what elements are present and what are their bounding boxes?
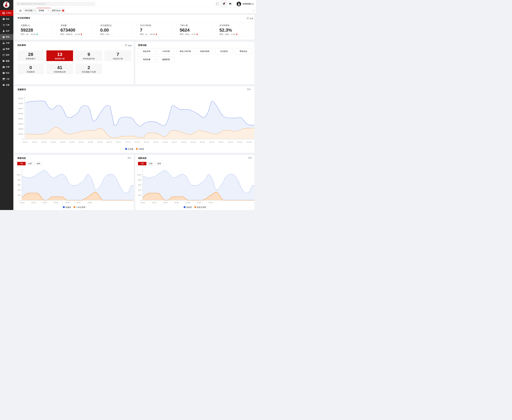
svg-text:600: 600 (138, 184, 141, 186)
svg-text:10-07: 10-07 (197, 202, 201, 203)
svg-text:10-05: 10-05 (174, 202, 179, 203)
svg-text:10-04: 10-04 (163, 202, 168, 203)
svg-text:600: 600 (18, 184, 21, 186)
svg-text:03–18: 03–18 (181, 141, 186, 143)
svg-text:03–23: 03–23 (228, 141, 233, 143)
svg-text:03–25: 03–25 (247, 141, 251, 143)
svg-text:03–08: 03–08 (88, 141, 93, 143)
svg-text:03–15: 03–15 (153, 141, 158, 143)
svg-text:10-02: 10-02 (20, 202, 24, 203)
svg-text:03–06: 03–06 (69, 141, 74, 143)
svg-text:400: 400 (138, 189, 141, 191)
svg-text:03–11: 03–11 (116, 141, 121, 143)
svg-text:70000: 70000 (18, 103, 23, 105)
svg-text:10-02: 10-02 (141, 202, 145, 203)
svg-text:03–01: 03–01 (23, 141, 28, 143)
svg-text:03–21: 03–21 (209, 141, 214, 143)
svg-text:03–24: 03–24 (237, 141, 242, 143)
svg-text:0: 0 (22, 138, 23, 140)
svg-text:10-03: 10-03 (152, 202, 156, 203)
svg-text:40000: 40000 (18, 118, 23, 120)
svg-text:03–09: 03–09 (98, 141, 102, 143)
svg-text:1000: 1000 (17, 174, 21, 176)
svg-text:800: 800 (18, 179, 21, 181)
svg-text:20000: 20000 (18, 128, 23, 130)
svg-text:03–12: 03–12 (126, 141, 130, 143)
svg-text:10-06: 10-06 (186, 202, 190, 203)
svg-text:50000: 50000 (18, 113, 23, 115)
svg-text:03–07: 03–07 (79, 141, 84, 143)
svg-text:10-03: 10-03 (31, 202, 36, 203)
svg-text:03–04: 03–04 (51, 141, 56, 143)
svg-text:03–19: 03–19 (191, 141, 196, 143)
svg-text:03–13: 03–13 (135, 141, 140, 143)
svg-text:03–20: 03–20 (200, 141, 205, 143)
svg-text:10-05: 10-05 (54, 202, 58, 203)
svg-text:10-06: 10-06 (65, 202, 69, 203)
svg-text:03–14: 03–14 (144, 141, 149, 143)
svg-text:80000: 80000 (18, 98, 23, 99)
svg-text:03–17: 03–17 (172, 141, 177, 143)
svg-text:1000: 1000 (137, 174, 141, 176)
svg-text:03–10: 03–10 (107, 141, 112, 143)
svg-text:200: 200 (18, 194, 21, 196)
svg-text:10-08: 10-08 (208, 202, 213, 203)
svg-text:400: 400 (18, 189, 21, 191)
svg-text:10000: 10000 (18, 133, 23, 135)
svg-text:60000: 60000 (18, 108, 23, 110)
svg-text:200: 200 (138, 194, 141, 196)
svg-text:10-04: 10-04 (42, 202, 47, 203)
svg-text:10-08: 10-08 (87, 202, 92, 203)
svg-text:03–22: 03–22 (219, 141, 224, 143)
svg-text:03–16: 03–16 (163, 141, 167, 143)
svg-text:03–05: 03–05 (60, 141, 65, 143)
svg-text:800: 800 (138, 179, 141, 181)
svg-text:03–02: 03–02 (32, 141, 37, 143)
svg-text:10-07: 10-07 (76, 202, 81, 203)
svg-text:0: 0 (19, 199, 20, 201)
svg-text:0: 0 (140, 199, 141, 201)
svg-text:30000: 30000 (18, 123, 23, 125)
svg-text:03–03: 03–03 (42, 141, 46, 143)
